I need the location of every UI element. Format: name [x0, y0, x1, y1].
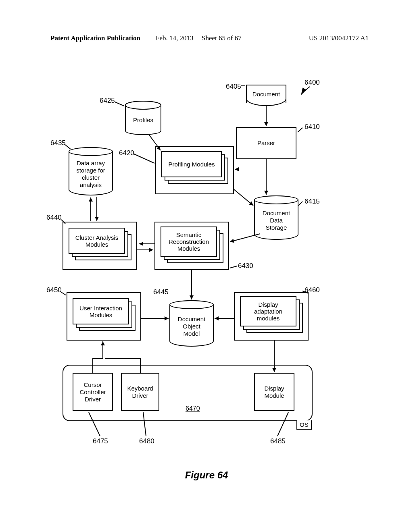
- ui-modules-stack: User Interaction Modules: [73, 298, 129, 324]
- ref-6435: 6435: [50, 139, 66, 147]
- ref-6445: 6445: [153, 288, 169, 296]
- dom-cylinder: Document Object Model: [169, 300, 214, 347]
- display-module-node: Display Module: [254, 373, 294, 411]
- ref-6460: 6460: [305, 286, 320, 294]
- ref-6415: 6415: [305, 197, 320, 206]
- cluster-modules-stack: Cluster Analysis Modules: [69, 228, 125, 254]
- header-sheet: Sheet 65 of 67: [202, 34, 242, 42]
- header-date: Feb. 14, 2013: [156, 34, 194, 42]
- svg-line-4: [234, 189, 253, 206]
- svg-line-15: [302, 87, 310, 93]
- ref-6405: 6405: [226, 83, 241, 91]
- ref-6410: 6410: [305, 123, 320, 131]
- ref-6475: 6475: [93, 437, 108, 445]
- ref-6470: 6470: [186, 405, 200, 412]
- ref-6485: 6485: [270, 437, 286, 445]
- profiling-modules-stack: Profiling Modules: [161, 151, 222, 177]
- ref-6430: 6430: [238, 262, 253, 270]
- os-label: OS: [296, 420, 312, 430]
- ref-6420: 6420: [119, 149, 134, 157]
- display-adapt-stack: Display adaptation modules: [240, 296, 296, 326]
- header-pub-number: US 2013/0042172 A1: [309, 34, 369, 42]
- cursor-driver-node: Cursor Controller Driver: [73, 373, 113, 411]
- header-pub-type: Patent Application Publication: [50, 34, 140, 42]
- profiling-modules-label: Profiling Modules: [168, 161, 215, 168]
- ref-6480: 6480: [139, 437, 154, 445]
- ref-6425: 6425: [100, 97, 115, 105]
- doc-data-storage-cylinder: Document Data Storage: [254, 195, 298, 240]
- document-label: Document: [252, 91, 280, 98]
- semantic-modules-stack: Semantic Reconstruction Modules: [161, 227, 217, 257]
- keyboard-driver-node: Keyboard Driver: [121, 373, 159, 411]
- data-array-cylinder: Data array storage for cluster analysis: [69, 147, 113, 195]
- parser-label: Parser: [257, 139, 275, 147]
- figure-caption: Figure 64: [0, 470, 413, 481]
- ref-6400: 6400: [305, 79, 320, 87]
- parser-node: Parser: [236, 127, 296, 159]
- diagram-canvas: Document Parser Profiles Profiling Modul…: [40, 60, 355, 463]
- profiles-cylinder: Profiles: [125, 101, 161, 135]
- profiles-label: Profiles: [133, 116, 153, 124]
- ref-6440: 6440: [46, 214, 62, 222]
- ref-6450: 6450: [46, 286, 62, 294]
- document-node: Document: [246, 85, 286, 103]
